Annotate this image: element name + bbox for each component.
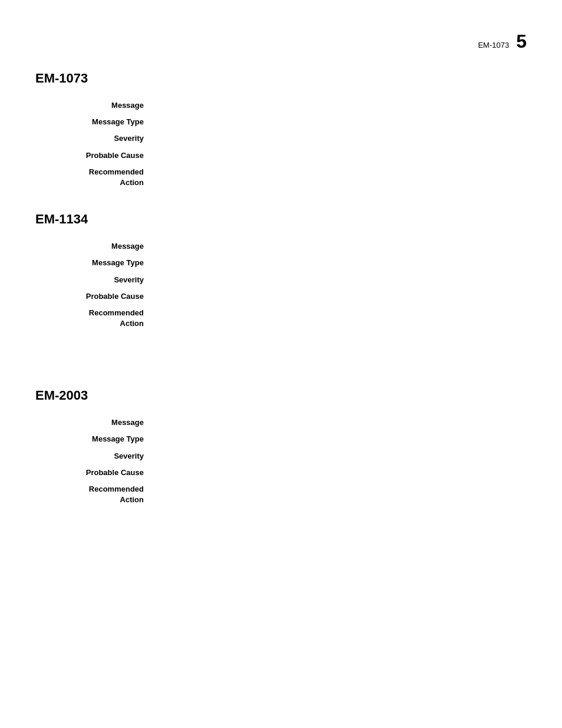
entry-em-1073-field-label-4: Recommended Action (59, 167, 153, 188)
entry-em-1134-field-label-0: Message (59, 241, 153, 252)
entry-em-2003-fields: MessageMessage TypeSeverityProbable Caus… (59, 417, 527, 505)
spacer-before-em-2003 (35, 353, 527, 388)
entry-em-1073: EM-1073MessageMessage TypeSeverityProbab… (35, 71, 527, 188)
entry-em-1073-field-label-1: Message Type (59, 117, 153, 127)
entry-em-1073-field-2: Severity (59, 133, 527, 144)
entry-em-1134-field-2: Severity (59, 275, 527, 285)
entry-em-2003-field-label-2: Severity (59, 451, 153, 462)
entry-em-2003-field-4: Recommended Action (59, 484, 527, 505)
entry-em-1134-field-3: Probable Cause (59, 291, 527, 302)
entry-em-1073-field-value-1 (153, 117, 527, 127)
entry-em-1073-field-label-2: Severity (59, 133, 153, 144)
entry-em-2003-field-value-2 (153, 451, 527, 462)
entry-em-1134-field-value-2 (153, 275, 527, 285)
header-page-number: 5 (516, 31, 527, 52)
entry-em-1073-field-1: Message Type (59, 117, 527, 127)
entry-em-1073-field-value-3 (153, 150, 527, 161)
entry-em-2003-field-label-3: Probable Cause (59, 467, 153, 478)
entry-em-2003: EM-2003MessageMessage TypeSeverityProbab… (35, 388, 527, 505)
entry-em-1134-field-label-1: Message Type (59, 258, 153, 268)
entry-em-1134-field-1: Message Type (59, 258, 527, 268)
entry-em-1134-field-value-1 (153, 258, 527, 268)
entry-em-1073-field-label-3: Probable Cause (59, 150, 153, 161)
entry-em-2003-field-value-1 (153, 434, 527, 444)
entry-em-1073-field-4: Recommended Action (59, 167, 527, 188)
entry-em-1134-title: EM-1134 (35, 212, 527, 227)
entry-em-1073-field-0: Message (59, 100, 527, 111)
entry-em-1134-field-value-3 (153, 291, 527, 302)
entry-em-2003-field-1: Message Type (59, 434, 527, 444)
entry-em-2003-field-label-0: Message (59, 417, 153, 428)
page-content: EM-1073MessageMessage TypeSeverityProbab… (0, 0, 562, 564)
entry-em-1134-field-label-4: Recommended Action (59, 308, 153, 329)
entry-em-2003-field-value-4 (153, 484, 527, 505)
entry-em-2003-field-2: Severity (59, 451, 527, 462)
entry-em-1073-field-value-2 (153, 133, 527, 144)
entry-em-1134-field-value-0 (153, 241, 527, 252)
entry-em-1073-field-value-4 (153, 167, 527, 188)
entry-em-2003-field-3: Probable Cause (59, 467, 527, 478)
entry-em-1134-field-0: Message (59, 241, 527, 252)
entry-em-2003-field-0: Message (59, 417, 527, 428)
entry-em-1134-fields: MessageMessage TypeSeverityProbable Caus… (59, 241, 527, 329)
entry-em-2003-field-value-0 (153, 417, 527, 428)
entry-em-2003-title: EM-2003 (35, 388, 527, 403)
page-header: EM-1073 5 (478, 31, 527, 52)
entry-em-2003-field-label-4: Recommended Action (59, 484, 153, 505)
entry-em-1073-field-value-0 (153, 100, 527, 111)
entry-em-1073-fields: MessageMessage TypeSeverityProbable Caus… (59, 100, 527, 188)
entry-em-2003-field-value-3 (153, 467, 527, 478)
entry-em-1134-field-label-3: Probable Cause (59, 291, 153, 302)
entry-em-1073-field-label-0: Message (59, 100, 153, 111)
header-code: EM-1073 (478, 41, 509, 50)
entry-em-1134-field-value-4 (153, 308, 527, 329)
entry-em-2003-field-label-1: Message Type (59, 434, 153, 444)
entry-em-1073-title: EM-1073 (35, 71, 527, 86)
entry-em-1134-field-4: Recommended Action (59, 308, 527, 329)
entry-em-1073-field-3: Probable Cause (59, 150, 527, 161)
entry-em-1134-field-label-2: Severity (59, 275, 153, 285)
entry-em-1134: EM-1134MessageMessage TypeSeverityProbab… (35, 212, 527, 329)
